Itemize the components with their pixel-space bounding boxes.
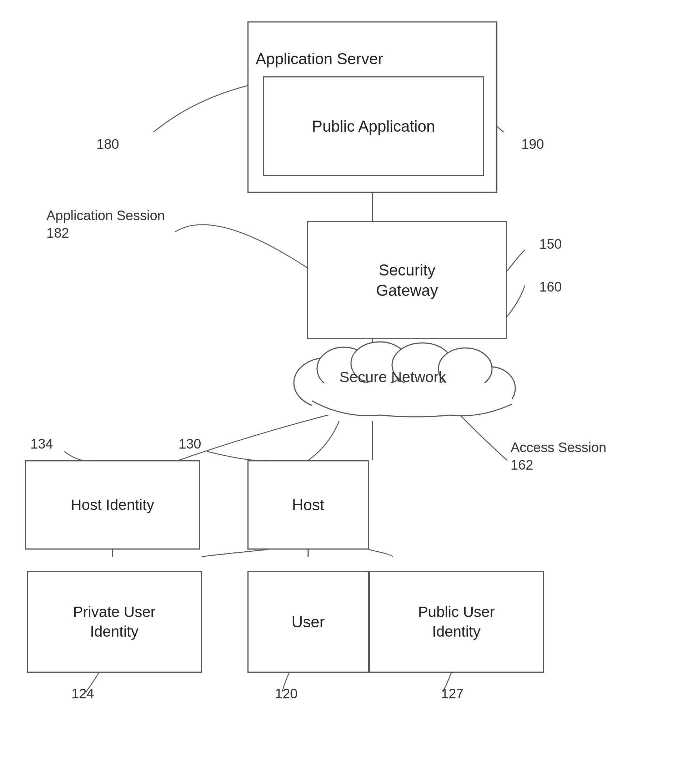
svg-point-14 [438, 348, 492, 389]
host-box: Host [247, 460, 369, 550]
user-label: User [292, 612, 325, 632]
private-user-identity-box: Private UserIdentity [27, 571, 202, 673]
host-identity-label: Host Identity [71, 495, 154, 515]
label-180: 180 [96, 135, 119, 153]
label-160: 160 [539, 278, 562, 296]
label-120: 120 [275, 685, 298, 703]
host-label: Host [292, 495, 324, 515]
diagram: Application Server Public Application Se… [0, 0, 682, 784]
public-user-identity-box: Public UserIdentity [369, 571, 544, 673]
secure-network-label: Secure Network [339, 367, 446, 387]
label-access-session: Access Session162 [511, 439, 606, 474]
security-gateway-box: SecurityGateway [307, 221, 507, 339]
label-190: 190 [521, 135, 544, 153]
label-150: 150 [539, 235, 562, 253]
private-user-identity-label: Private UserIdentity [73, 603, 155, 641]
host-identity-box: Host Identity [25, 460, 200, 550]
application-server-box: Application Server Public Application [247, 21, 497, 193]
label-127: 127 [441, 685, 464, 703]
label-124: 124 [72, 685, 94, 703]
svg-rect-15 [312, 383, 512, 415]
label-130: 130 [178, 435, 201, 453]
public-application-label: Public Application [312, 116, 435, 136]
svg-point-9 [438, 363, 492, 407]
svg-point-10 [465, 367, 515, 410]
label-134: 134 [30, 435, 53, 453]
security-gateway-label: SecurityGateway [376, 260, 438, 301]
public-application-box: Public Application [263, 76, 484, 176]
user-box: User [247, 571, 369, 673]
application-server-label: Application Server [249, 45, 390, 72]
label-app-session: Application Session182 [46, 207, 165, 242]
public-user-identity-label: Public UserIdentity [418, 603, 495, 641]
